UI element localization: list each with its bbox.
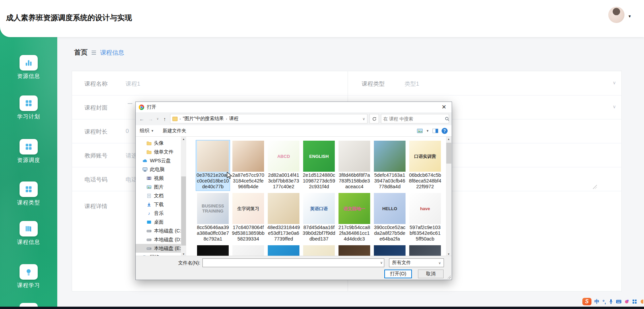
file-name: 3f8d46b6f8f7a783f5158bde3aceacc4	[337, 172, 371, 191]
sidebar-item-course-info[interactable]: 课程信息	[0, 221, 57, 246]
tree-item-此电脑[interactable]: 此电脑	[136, 165, 181, 174]
dialog-resize-grip[interactable]	[447, 275, 451, 279]
up-icon[interactable]: ↑	[161, 116, 168, 122]
file-item[interactable]: 2a87e57cc9703184ce5c42fe966fb4de	[231, 140, 265, 191]
dialog-footer: 文件名(N): ∨ 所有文件 ∨ 打开(O) 取消	[136, 256, 452, 280]
edge-partial-icon[interactable]	[640, 299, 643, 304]
avatar[interactable]	[608, 7, 624, 23]
file-item[interactable]: 48ed32318449e53df173e0a67739ffed	[266, 192, 301, 243]
file-item[interactable]	[408, 245, 442, 257]
forward-icon[interactable]: →	[147, 116, 154, 122]
tree-item-音乐[interactable]: ♪音乐	[136, 209, 181, 218]
sidebar-item-resource-dispatch[interactable]: 资源调度	[0, 139, 57, 164]
filetype-select[interactable]: 所有文件 ∨	[389, 258, 444, 267]
skin-tool-icon[interactable]	[624, 299, 629, 304]
recent-locations-icon[interactable]: ∨	[156, 117, 159, 120]
course-type-select[interactable]: 类型1	[405, 80, 419, 88]
tree-item-桌面[interactable]: 桌面	[136, 218, 181, 226]
file-item[interactable]: 3f8d46b6f8f7a783f5158bde3aceacc4	[337, 140, 372, 191]
punctuation-mode-icon[interactable]: °,	[603, 299, 606, 305]
open-button[interactable]: 打开(O)	[384, 270, 412, 278]
tree-item-下载[interactable]: 下载	[136, 200, 181, 209]
dialog-titlebar[interactable]: 打开 ✕	[136, 102, 452, 112]
scroll-up-icon[interactable]: ▲	[181, 137, 186, 142]
organize-button[interactable]: 组织▼	[140, 128, 154, 134]
course-name-input[interactable]: 课程1	[126, 80, 140, 88]
filename-input[interactable]	[203, 259, 377, 267]
file-item[interactable]: ENGLISH2e1d5124880c10987273dc592c931f4d	[302, 140, 336, 191]
cancel-button[interactable]: 取消	[418, 270, 444, 278]
sogou-input-icon[interactable]: S	[582, 298, 591, 305]
file-item[interactable]: 英语口语87d45d4aa16f39b0d2bf7f9dddbed137	[302, 192, 336, 243]
file-item[interactable]: 生字词复习17c64078064f9d53813859bb58239334	[231, 192, 265, 243]
chevron-down-icon[interactable]: ▼	[628, 14, 632, 18]
chevron-down-icon[interactable]: ∨	[613, 80, 616, 85]
input-mode-chinese-icon[interactable]: 中	[594, 299, 600, 305]
sidebar-item-course-study[interactable]: 课程学习	[0, 264, 57, 289]
system-tray: S中°,	[582, 298, 643, 305]
sidebar-item-label: 资源信息	[0, 73, 57, 80]
breadcrumb-current[interactable]: 课程信息	[100, 49, 124, 57]
tree-item-做单文件[interactable]: 做单文件	[136, 147, 181, 156]
file-item[interactable]: 英语	[266, 245, 301, 257]
help-icon[interactable]: ?	[442, 128, 448, 134]
toolbox-grid-icon[interactable]	[632, 299, 637, 304]
file-item[interactable]: 语文园地一217c9b54cca82fa364861cc14d4dcdc3	[337, 192, 372, 243]
scrollbar-thumb[interactable]	[446, 143, 451, 164]
tree-item-本地磁盘 (E:)[interactable]: 本地磁盘 (E:)	[136, 244, 181, 253]
chevron-down-icon[interactable]: ▼	[426, 129, 429, 133]
address-segment-course[interactable]: 课程	[229, 116, 238, 122]
tree-item-本地磁盘 (D:)[interactable]: 本地磁盘 (D:)	[136, 235, 181, 244]
tree-item-WPS云盘[interactable]: WPS云盘	[136, 156, 181, 165]
close-icon[interactable]: ✕	[436, 102, 452, 112]
sidebar-item-course-type[interactable]: 课程类型	[0, 181, 57, 206]
view-thumbnails-icon[interactable]	[417, 129, 423, 133]
file-item[interactable]	[337, 245, 372, 257]
search-icon[interactable]	[445, 117, 451, 121]
breadcrumb-home[interactable]: 首页	[74, 48, 88, 57]
file-thumbnail	[339, 245, 370, 257]
file-item[interactable]: ABCD2d82a0014f413cbf7bb83e73177c40e2	[266, 140, 301, 191]
microphone-icon[interactable]	[609, 299, 613, 304]
sidebar-item-study-plan[interactable]: 学习计划	[0, 95, 57, 120]
chevron-down-icon[interactable]: ∨	[380, 261, 383, 264]
tree-item-视频[interactable]: 视频	[136, 174, 181, 182]
file-item[interactable]	[231, 245, 265, 257]
file-thumbnail: have	[409, 193, 441, 224]
file-thumbnail: 生字词复习	[232, 193, 264, 224]
soft-keyboard-icon[interactable]	[616, 300, 621, 304]
file-item[interactable]	[373, 245, 407, 257]
tree-item-本地磁盘 (C:)[interactable]: 本地磁盘 (C:)	[136, 226, 181, 235]
search-input[interactable]	[381, 116, 445, 121]
sidebar: 资源信息学习计划资源调度课程类型课程信息课程学习	[0, 0, 57, 309]
file-item[interactable]: 口语实训营06bdcb674c5b8f8eca5248bf422f9972	[408, 140, 442, 191]
file-item[interactable]: HELLO390cc0ce52acda2a8f27b5dee64ba2fa	[373, 192, 407, 243]
file-list-scrollbar[interactable]: ▲ ▼	[446, 137, 452, 257]
file-item[interactable]: 5defc47163a13947a03cfb46778d8a4d	[373, 140, 407, 191]
preview-pane-icon[interactable]	[432, 129, 438, 133]
sidebar-item-resource-info[interactable]: 资源信息	[0, 55, 57, 80]
refresh-icon[interactable]	[369, 114, 379, 123]
file-item[interactable]: have597af2c9e103bf63542e6c615ff50acb	[408, 192, 442, 243]
new-folder-button[interactable]: 新建文件夹	[163, 128, 186, 134]
back-icon[interactable]: ←	[138, 116, 145, 122]
tree-item-图片[interactable]: 图片	[136, 182, 181, 191]
tree-item-头像[interactable]: 头像	[136, 139, 181, 147]
textarea-resize-grip[interactable]	[593, 185, 597, 189]
file-item[interactable]: BUSINESS TRAINING8cc50646aa39a388a0ffc03…	[196, 192, 230, 243]
address-segment-search-results[interactable]: "图片"中的搜索结果	[183, 116, 224, 122]
file-item[interactable]	[302, 245, 336, 257]
scrollbar-thumb[interactable]	[181, 176, 186, 246]
chevron-down-icon[interactable]: ∨	[613, 104, 616, 109]
file-item[interactable]	[196, 245, 230, 257]
chevron-down-icon[interactable]: ∨	[362, 117, 365, 121]
course-duration-input[interactable]: 0	[126, 128, 129, 135]
tree-item-文档[interactable]: 文档	[136, 191, 181, 200]
address-bar[interactable]: › "图片"中的搜索结果 › 课程 ∨	[170, 114, 367, 123]
file-item[interactable]: 0e37621e20a0c0ce0d18be10de40c77b	[196, 140, 230, 191]
scroll-up-icon[interactable]: ▲	[446, 137, 451, 142]
tree-scrollbar[interactable]: ▲ ▼	[181, 137, 186, 257]
folder-tree: 头像做单文件WPS云盘此电脑视频图片文档下载♪音乐桌面本地磁盘 (C:)本地磁盘…	[136, 139, 181, 261]
file-thumbnail	[409, 245, 441, 257]
file-thumbnail	[374, 245, 406, 257]
